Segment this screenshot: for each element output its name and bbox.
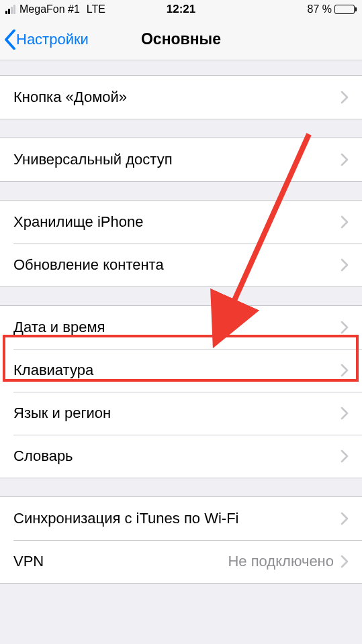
- row-background-refresh[interactable]: Обновление контента: [0, 244, 362, 286]
- row-label: Кнопка «Домой»: [13, 89, 341, 106]
- chevron-right-icon: [341, 449, 349, 463]
- settings-group: Кнопка «Домой»: [0, 75, 362, 119]
- row-vpn[interactable]: VPN Не подключено: [0, 540, 362, 583]
- row-label: Универсальный доступ: [13, 151, 341, 168]
- chevron-right-icon: [341, 153, 349, 166]
- row-dictionary[interactable]: Словарь: [0, 435, 362, 478]
- settings-group: Хранилище iPhone Обновление контента: [0, 200, 362, 287]
- row-label: Клавиатура: [13, 362, 341, 379]
- chevron-right-icon: [341, 215, 349, 229]
- back-label: Настройки: [16, 31, 89, 48]
- row-keyboard[interactable]: Клавиатура: [0, 349, 362, 392]
- status-left: MegaFon #1 LTE: [5, 3, 105, 15]
- row-label: Словарь: [13, 447, 341, 465]
- row-iphone-storage[interactable]: Хранилище iPhone: [0, 201, 362, 244]
- chevron-right-icon: [341, 407, 349, 420]
- row-label: VPN: [13, 553, 228, 570]
- row-accessibility[interactable]: Универсальный доступ: [0, 138, 362, 181]
- row-detail: Не подключено: [228, 553, 334, 570]
- row-label: Хранилище iPhone: [13, 213, 341, 231]
- chevron-right-icon: [341, 258, 349, 272]
- row-home-button[interactable]: Кнопка «Домой»: [0, 76, 362, 119]
- signal-icon: [5, 5, 15, 14]
- row-label: Синхронизация с iTunes по Wi-Fi: [13, 510, 341, 527]
- content-scroll[interactable]: Кнопка «Домой» Универсальный доступ Хран…: [0, 60, 362, 644]
- settings-group: Универсальный доступ: [0, 138, 362, 182]
- chevron-right-icon: [341, 321, 349, 334]
- chevron-right-icon: [341, 364, 349, 377]
- status-right: 87 %: [308, 3, 357, 15]
- chevron-right-icon: [341, 555, 349, 568]
- chevron-right-icon: [341, 512, 349, 525]
- row-date-time[interactable]: Дата и время: [0, 306, 362, 349]
- back-button[interactable]: Настройки: [0, 30, 89, 50]
- battery-percent: 87 %: [308, 3, 332, 15]
- settings-group: Синхронизация с iTunes по Wi-Fi VPN Не п…: [0, 496, 362, 584]
- battery-icon: [334, 5, 357, 14]
- row-label: Язык и регион: [13, 405, 341, 422]
- carrier-label: MegaFon #1: [19, 3, 80, 15]
- nav-bar: Настройки Основные: [0, 19, 362, 60]
- status-bar: MegaFon #1 LTE 12:21 87 %: [0, 0, 362, 19]
- row-language-region[interactable]: Язык и регион: [0, 392, 362, 435]
- network-label: LTE: [87, 3, 105, 15]
- settings-group: Дата и время Клавиатура Язык и регион Сл…: [0, 305, 362, 478]
- chevron-left-icon: [4, 30, 16, 50]
- row-label: Дата и время: [13, 319, 341, 336]
- chevron-right-icon: [341, 91, 349, 104]
- row-label: Обновление контента: [13, 256, 341, 274]
- row-itunes-wifi-sync[interactable]: Синхронизация с iTunes по Wi-Fi: [0, 497, 362, 540]
